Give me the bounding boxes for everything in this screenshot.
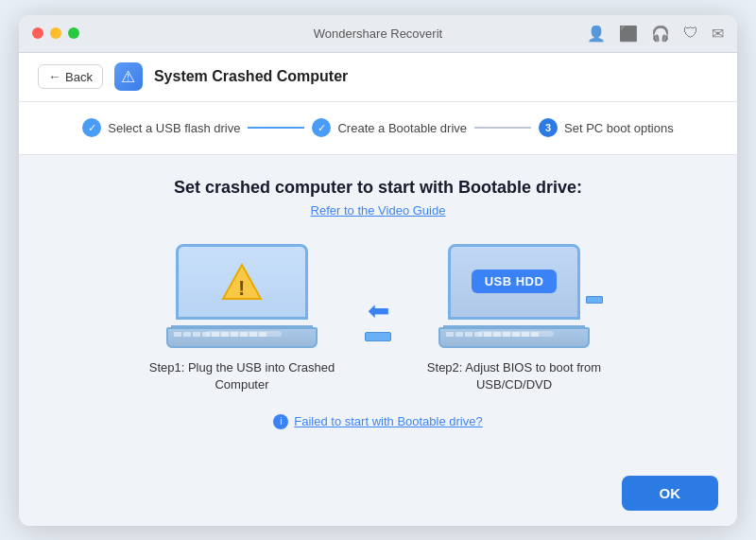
back-label: Back xyxy=(65,70,93,84)
keyboard-2 xyxy=(440,329,588,340)
headset-icon[interactable]: 🎧 xyxy=(651,25,670,43)
step-1-check: ✓ xyxy=(82,118,101,137)
step-2: ✓ Create a Bootable drive xyxy=(312,118,467,137)
arrow-connector: ⬅ xyxy=(365,295,391,341)
maximize-button[interactable] xyxy=(68,27,79,39)
left-arrow-icon: ⬅ xyxy=(368,295,389,326)
step-connector-2 xyxy=(474,127,531,129)
laptop-2: USB HDD xyxy=(438,244,590,348)
step-2-check: ✓ xyxy=(312,118,331,137)
title-bar: Wondershare Recoverit 👤 ⬛ 🎧 🛡 ✉ xyxy=(19,15,737,53)
step-3-num: 3 xyxy=(539,118,558,137)
app-title: Wondershare Recoverit xyxy=(314,26,442,41)
keyboard-1 xyxy=(168,329,316,340)
step-2-caption: Step2: Adjust BIOS to boot from USB/CD/D… xyxy=(420,359,609,393)
traffic-lights xyxy=(32,27,79,39)
video-guide-link[interactable]: Refer to the Video Guide xyxy=(311,203,446,218)
back-button[interactable]: ← Back xyxy=(38,64,103,89)
user-icon[interactable]: 👤 xyxy=(587,25,606,43)
main-title: Set crashed computer to start with Boota… xyxy=(174,178,582,198)
step-3: 3 Set PC boot options xyxy=(539,118,674,137)
warning-triangle-icon: ! xyxy=(221,261,263,303)
step-2-label: Create a Bootable drive xyxy=(337,121,467,135)
illustrations-row: ! Step1: Plug the USB into Crashed Comp xyxy=(147,244,609,393)
laptop-2-base xyxy=(438,327,590,348)
step-1: ✓ Select a USB flash drive xyxy=(82,118,240,137)
step-1-label: Select a USB flash drive xyxy=(108,121,240,135)
app-window: Wondershare Recoverit 👤 ⬛ 🎧 🛡 ✉ ← Back ⚠… xyxy=(19,15,737,526)
laptop-2-screen: USB HDD xyxy=(448,244,580,320)
step-3-label: Set PC boot options xyxy=(564,121,674,135)
svg-text:!: ! xyxy=(238,276,245,300)
minimize-button[interactable] xyxy=(50,27,61,39)
laptop-1: ! xyxy=(166,244,318,348)
back-arrow-icon: ← xyxy=(48,69,61,84)
usb-plug-icon xyxy=(586,296,603,304)
header-icon: ⚠ xyxy=(114,62,143,91)
laptop-1-screen: ! xyxy=(176,244,308,320)
header-bar: ← Back ⚠ System Crashed Computer xyxy=(19,53,737,102)
failed-link[interactable]: Failed to start with Bootable drive? xyxy=(294,414,482,428)
main-content: Set crashed computer to start with Boota… xyxy=(19,155,737,466)
title-icon-group: 👤 ⬛ 🎧 🛡 ✉ xyxy=(587,25,724,43)
ok-btn-row: OK xyxy=(19,466,737,526)
shield-icon[interactable]: 🛡 xyxy=(683,25,698,42)
page-title: System Crashed Computer xyxy=(154,68,348,85)
steps-bar: ✓ Select a USB flash drive ✓ Create a Bo… xyxy=(19,102,737,155)
laptop-2-item: USB HDD Step2: Adjust BIOS to boot from … xyxy=(420,244,609,393)
close-button[interactable] xyxy=(32,27,43,39)
signin-icon[interactable]: ⬛ xyxy=(619,25,638,43)
failed-link-row: i Failed to start with Bootable drive? xyxy=(273,414,482,429)
laptop-1-base xyxy=(166,327,318,348)
info-icon: i xyxy=(273,414,288,429)
usb-hdd-badge: USB HDD xyxy=(472,270,558,293)
step-connector-1 xyxy=(248,127,304,129)
ok-button[interactable]: OK xyxy=(622,476,719,511)
usb-stick-icon xyxy=(365,332,391,341)
warning-header-icon: ⚠ xyxy=(121,67,135,87)
laptop-1-item: ! Step1: Plug the USB into Crashed Comp xyxy=(147,244,336,393)
step-1-caption: Step1: Plug the USB into Crashed Compute… xyxy=(149,359,335,393)
mail-icon[interactable]: ✉ xyxy=(712,25,724,43)
